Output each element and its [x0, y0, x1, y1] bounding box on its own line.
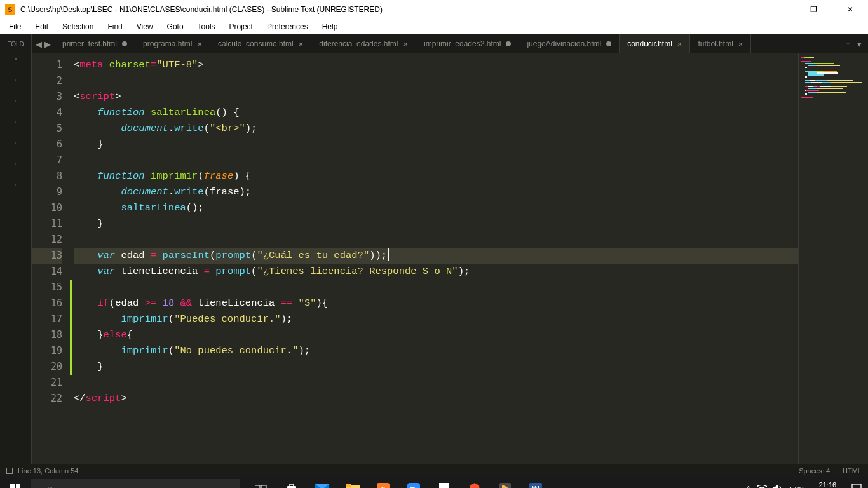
- tab-dirty-icon: [122, 41, 127, 46]
- fold-marker-icon[interactable]: ‹: [15, 119, 17, 125]
- windows-icon: [10, 484, 20, 488]
- menu-selection[interactable]: Selection: [56, 21, 100, 32]
- svg-rect-4: [255, 485, 260, 488]
- line-number[interactable]: 11: [32, 216, 62, 232]
- line-number[interactable]: 10: [32, 200, 62, 216]
- tray-volume-icon[interactable]: [773, 484, 783, 488]
- fold-marker-icon[interactable]: ‹: [15, 182, 17, 187]
- line-number[interactable]: 16: [32, 295, 62, 311]
- task-view-icon[interactable]: [247, 477, 276, 488]
- windows-taskbar: ⌕ Buscar X W ˄ ESP 21:16 15/04/2023: [0, 477, 868, 488]
- tab-conducir-html[interactable]: conducir.html×: [620, 34, 690, 53]
- app-xampp-icon[interactable]: X: [369, 477, 398, 488]
- window-title: C:\Users\hp\Desktop\LSEC - N1\ONE\CLASES…: [20, 5, 764, 14]
- tab-imprimir_edades2-html[interactable]: imprimir_edades2.html: [416, 34, 519, 53]
- taskbar-search[interactable]: ⌕ Buscar: [31, 479, 240, 488]
- start-button[interactable]: [0, 477, 31, 488]
- app-notepad-icon[interactable]: [430, 477, 459, 488]
- app-mail-icon[interactable]: [308, 477, 337, 488]
- nav-back-icon[interactable]: ◀: [36, 39, 42, 49]
- new-tab-button[interactable]: ＋: [844, 38, 852, 50]
- line-number[interactable]: 6: [32, 137, 62, 152]
- tab-close-icon[interactable]: ×: [738, 39, 743, 49]
- minimize-button[interactable]: ─: [764, 2, 789, 17]
- line-number[interactable]: 13: [32, 248, 62, 264]
- fold-marker-icon[interactable]: ‹: [15, 140, 17, 146]
- menu-view[interactable]: View: [130, 21, 159, 32]
- line-number[interactable]: 7: [32, 152, 62, 168]
- line-number[interactable]: 2: [32, 73, 62, 89]
- tab-diferencia_edades-html[interactable]: diferencia_edades.html×: [311, 34, 416, 53]
- line-number[interactable]: 18: [32, 327, 62, 343]
- sidebar-fold-column: ▾ ‹ ‹ ‹ ‹ ‹ ‹: [0, 53, 32, 464]
- svg-rect-5: [261, 485, 266, 488]
- app-sublime-icon[interactable]: [491, 477, 520, 488]
- menu-help[interactable]: Help: [316, 21, 344, 32]
- nav-forward-icon[interactable]: ▶: [44, 39, 51, 49]
- tab-juegoAdivinacion-html[interactable]: juegoAdivinacion.html: [519, 34, 620, 53]
- tab-close-icon[interactable]: ×: [403, 39, 408, 49]
- menu-goto[interactable]: Goto: [161, 21, 190, 32]
- sidebar-header[interactable]: FOLD: [0, 34, 32, 53]
- svg-rect-24: [852, 484, 861, 488]
- svg-rect-8: [290, 484, 294, 487]
- app-explorer-icon[interactable]: [338, 477, 367, 488]
- text-caret: [388, 248, 389, 261]
- menu-tools[interactable]: Tools: [191, 21, 222, 32]
- tab-futbol-html[interactable]: futbol.html×: [690, 34, 751, 53]
- search-icon: ⌕: [37, 485, 42, 489]
- tray-clock[interactable]: 21:16 15/04/2023: [810, 481, 845, 488]
- line-number[interactable]: 1: [32, 57, 62, 73]
- svg-rect-18: [440, 487, 448, 487]
- fold-marker-icon[interactable]: ‹: [15, 161, 17, 166]
- line-number[interactable]: 15: [32, 280, 62, 295]
- line-number-gutter[interactable]: 12345678910111213141516171819202122: [32, 53, 69, 464]
- status-indentation[interactable]: Spaces: 4: [799, 467, 830, 475]
- status-panel-icon[interactable]: [6, 468, 13, 474]
- line-number[interactable]: 21: [32, 375, 62, 391]
- tray-chevron-icon[interactable]: ˄: [747, 485, 750, 489]
- tab-overflow-icon[interactable]: ▾: [857, 39, 862, 49]
- menu-find[interactable]: Find: [101, 21, 128, 32]
- app-zoom-icon[interactable]: [399, 477, 428, 488]
- line-number[interactable]: 3: [32, 89, 62, 105]
- code-editor[interactable]: <meta charset="UTF-8"> <script> function…: [69, 53, 798, 464]
- tab-calculo_consumo-html[interactable]: calculo_consumo.html×: [210, 34, 311, 53]
- editor-area: ▾ ‹ ‹ ‹ ‹ ‹ ‹ 12345678910111213141516171…: [0, 53, 868, 464]
- menu-file[interactable]: File: [3, 21, 27, 32]
- fold-marker-icon[interactable]: ▾: [15, 56, 17, 62]
- app-store-icon[interactable]: [277, 477, 306, 488]
- close-window-button[interactable]: ✕: [837, 2, 863, 17]
- maximize-button[interactable]: ❐: [801, 2, 826, 17]
- minimap[interactable]: [798, 53, 868, 464]
- line-number[interactable]: 8: [32, 168, 62, 184]
- svg-rect-14: [407, 483, 420, 488]
- app-brave-icon[interactable]: [460, 477, 489, 488]
- tab-close-icon[interactable]: ×: [677, 39, 682, 49]
- line-number[interactable]: 14: [32, 264, 62, 280]
- menu-project[interactable]: Project: [223, 21, 259, 32]
- menu-edit[interactable]: Edit: [29, 21, 55, 32]
- tab-primer_test-html[interactable]: primer_test.html: [55, 34, 135, 53]
- tab-bar: FOLD ◀ ▶ primer_test.htmlprograma.html×c…: [0, 34, 868, 53]
- fold-marker-icon[interactable]: ‹: [15, 77, 17, 83]
- tab-close-icon[interactable]: ×: [197, 39, 202, 49]
- tab-close-icon[interactable]: ×: [299, 39, 304, 49]
- line-number[interactable]: 20: [32, 359, 62, 375]
- app-word-icon[interactable]: W: [521, 477, 550, 488]
- tab-programa-html[interactable]: programa.html×: [135, 34, 210, 53]
- menu-preferences[interactable]: Preferences: [261, 21, 315, 32]
- line-number[interactable]: 22: [32, 391, 62, 407]
- window-titlebar: S C:\Users\hp\Desktop\LSEC - N1\ONE\CLAS…: [0, 0, 868, 19]
- tray-wifi-icon[interactable]: [757, 485, 767, 488]
- fold-marker-icon[interactable]: ‹: [15, 98, 17, 104]
- line-number[interactable]: 17: [32, 311, 62, 327]
- line-number[interactable]: 4: [32, 105, 62, 121]
- line-number[interactable]: 9: [32, 184, 62, 200]
- line-number[interactable]: 12: [32, 232, 62, 248]
- status-syntax[interactable]: HTML: [843, 467, 862, 475]
- tray-language[interactable]: ESP: [790, 485, 804, 488]
- line-number[interactable]: 5: [32, 121, 62, 137]
- line-number[interactable]: 19: [32, 343, 62, 359]
- tray-notifications-icon[interactable]: [851, 484, 862, 488]
